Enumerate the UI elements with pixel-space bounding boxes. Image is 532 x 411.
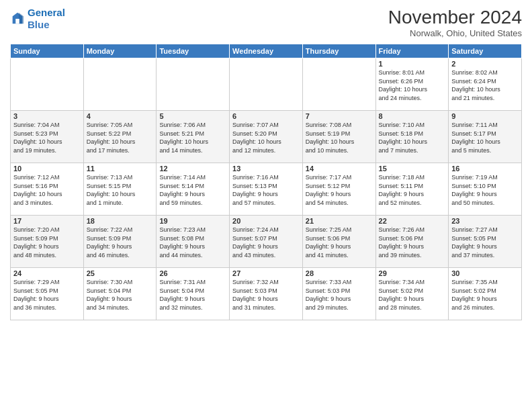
day-number: 27: [232, 269, 300, 277]
calendar-cell: 27Sunrise: 7:32 AM Sunset: 5:03 PM Dayli…: [230, 268, 303, 320]
calendar-cell: 17Sunrise: 7:20 AM Sunset: 5:09 PM Dayli…: [11, 216, 84, 268]
day-info: Sunrise: 8:01 AM Sunset: 6:26 PM Dayligh…: [379, 68, 446, 102]
calendar-cell: 22Sunrise: 7:26 AM Sunset: 5:06 PM Dayli…: [375, 216, 449, 268]
day-info: Sunrise: 7:32 AM Sunset: 5:03 PM Dayligh…: [232, 278, 300, 312]
header-cell-monday: Monday: [83, 44, 157, 58]
day-number: 20: [232, 217, 300, 225]
day-info: Sunrise: 7:30 AM Sunset: 5:04 PM Dayligh…: [87, 278, 154, 312]
day-number: 24: [13, 269, 81, 277]
calendar-cell: 10Sunrise: 7:12 AM Sunset: 5:16 PM Dayli…: [11, 163, 84, 216]
calendar-cell: [302, 58, 375, 111]
calendar-cell: [11, 58, 84, 111]
calendar-cell: 5Sunrise: 7:06 AM Sunset: 5:21 PM Daylig…: [157, 111, 230, 163]
header-cell-wednesday: Wednesday: [230, 44, 303, 58]
header-cell-tuesday: Tuesday: [157, 44, 230, 58]
header-cell-friday: Friday: [375, 44, 449, 58]
day-number: 8: [379, 112, 446, 120]
svg-marker-1: [19, 13, 24, 24]
month-title: November 2024: [388, 7, 522, 28]
header-cell-saturday: Saturday: [449, 44, 522, 58]
day-number: 30: [451, 269, 519, 277]
day-info: Sunrise: 7:35 AM Sunset: 5:02 PM Dayligh…: [451, 278, 519, 312]
day-number: 5: [159, 112, 226, 120]
day-info: Sunrise: 7:17 AM Sunset: 5:12 PM Dayligh…: [306, 173, 373, 207]
calendar-cell: 1Sunrise: 8:01 AM Sunset: 6:26 PM Daylig…: [375, 58, 449, 111]
logo-text: General Blue: [28, 7, 65, 31]
day-info: Sunrise: 7:05 AM Sunset: 5:22 PM Dayligh…: [87, 121, 154, 154]
week-row-3: 10Sunrise: 7:12 AM Sunset: 5:16 PM Dayli…: [11, 163, 522, 216]
day-info: Sunrise: 7:31 AM Sunset: 5:04 PM Dayligh…: [159, 278, 226, 312]
logo-line2: Blue: [28, 19, 50, 30]
day-info: Sunrise: 7:11 AM Sunset: 5:17 PM Dayligh…: [451, 121, 519, 154]
day-number: 4: [87, 112, 154, 120]
day-number: 29: [379, 269, 446, 277]
day-info: Sunrise: 7:27 AM Sunset: 5:05 PM Dayligh…: [451, 226, 519, 259]
calendar-cell: 28Sunrise: 7:33 AM Sunset: 5:03 PM Dayli…: [302, 268, 375, 320]
calendar-cell: 29Sunrise: 7:34 AM Sunset: 5:02 PM Dayli…: [375, 268, 449, 320]
day-info: Sunrise: 7:24 AM Sunset: 5:07 PM Dayligh…: [232, 226, 300, 259]
day-number: 1: [379, 60, 446, 68]
day-info: Sunrise: 7:06 AM Sunset: 5:21 PM Dayligh…: [159, 121, 226, 154]
day-number: 22: [379, 217, 446, 225]
calendar-cell: 3Sunrise: 7:04 AM Sunset: 5:23 PM Daylig…: [11, 111, 84, 163]
day-number: 18: [87, 217, 154, 225]
logo: General Blue: [10, 7, 65, 31]
week-row-2: 3Sunrise: 7:04 AM Sunset: 5:23 PM Daylig…: [11, 111, 522, 163]
calendar-cell: [157, 58, 230, 111]
day-info: Sunrise: 7:29 AM Sunset: 5:05 PM Dayligh…: [13, 278, 81, 312]
calendar-cell: 30Sunrise: 7:35 AM Sunset: 5:02 PM Dayli…: [449, 268, 522, 320]
header: General Blue November 2024 Norwalk, Ohio…: [10, 7, 522, 38]
calendar-cell: 7Sunrise: 7:08 AM Sunset: 5:19 PM Daylig…: [302, 111, 375, 163]
day-info: Sunrise: 7:26 AM Sunset: 5:06 PM Dayligh…: [379, 226, 446, 259]
day-info: Sunrise: 7:22 AM Sunset: 5:09 PM Dayligh…: [87, 226, 154, 259]
calendar-cell: 14Sunrise: 7:17 AM Sunset: 5:12 PM Dayli…: [302, 163, 375, 216]
day-info: Sunrise: 8:02 AM Sunset: 6:24 PM Dayligh…: [451, 68, 519, 102]
location: Norwalk, Ohio, United States: [388, 28, 522, 38]
logo-icon: [10, 11, 25, 26]
calendar-cell: 15Sunrise: 7:18 AM Sunset: 5:11 PM Dayli…: [375, 163, 449, 216]
day-number: 19: [159, 217, 226, 225]
day-number: 16: [451, 165, 519, 173]
day-info: Sunrise: 7:23 AM Sunset: 5:08 PM Dayligh…: [159, 226, 226, 259]
logo-line1: General: [28, 7, 65, 18]
week-row-5: 24Sunrise: 7:29 AM Sunset: 5:05 PM Dayli…: [11, 268, 522, 320]
day-number: 7: [306, 112, 373, 120]
day-info: Sunrise: 7:16 AM Sunset: 5:13 PM Dayligh…: [232, 173, 300, 207]
day-number: 2: [451, 60, 519, 68]
day-number: 12: [159, 165, 226, 173]
calendar-cell: [230, 58, 303, 111]
day-info: Sunrise: 7:18 AM Sunset: 5:11 PM Dayligh…: [379, 173, 446, 207]
day-number: 13: [232, 165, 300, 173]
day-info: Sunrise: 7:19 AM Sunset: 5:10 PM Dayligh…: [451, 173, 519, 207]
day-info: Sunrise: 7:13 AM Sunset: 5:15 PM Dayligh…: [87, 173, 154, 207]
day-number: 11: [87, 165, 154, 173]
week-row-1: 1Sunrise: 8:01 AM Sunset: 6:26 PM Daylig…: [11, 58, 522, 111]
header-cell-sunday: Sunday: [11, 44, 84, 58]
calendar-cell: 18Sunrise: 7:22 AM Sunset: 5:09 PM Dayli…: [83, 216, 157, 268]
day-info: Sunrise: 7:20 AM Sunset: 5:09 PM Dayligh…: [13, 226, 81, 259]
day-number: 3: [13, 112, 81, 120]
day-info: Sunrise: 7:12 AM Sunset: 5:16 PM Dayligh…: [13, 173, 81, 207]
day-number: 17: [13, 217, 81, 225]
day-info: Sunrise: 7:34 AM Sunset: 5:02 PM Dayligh…: [379, 278, 446, 312]
day-number: 23: [451, 217, 519, 225]
calendar-cell: 12Sunrise: 7:14 AM Sunset: 5:14 PM Dayli…: [157, 163, 230, 216]
day-number: 21: [306, 217, 373, 225]
day-info: Sunrise: 7:08 AM Sunset: 5:19 PM Dayligh…: [306, 121, 373, 154]
header-row: SundayMondayTuesdayWednesdayThursdayFrid…: [11, 44, 522, 58]
calendar-cell: 2Sunrise: 8:02 AM Sunset: 6:24 PM Daylig…: [449, 58, 522, 111]
week-row-4: 17Sunrise: 7:20 AM Sunset: 5:09 PM Dayli…: [11, 216, 522, 268]
day-number: 6: [232, 112, 300, 120]
calendar-cell: 24Sunrise: 7:29 AM Sunset: 5:05 PM Dayli…: [11, 268, 84, 320]
calendar-cell: 4Sunrise: 7:05 AM Sunset: 5:22 PM Daylig…: [83, 111, 157, 163]
calendar-cell: 23Sunrise: 7:27 AM Sunset: 5:05 PM Dayli…: [449, 216, 522, 268]
calendar-cell: 16Sunrise: 7:19 AM Sunset: 5:10 PM Dayli…: [449, 163, 522, 216]
page-container: General Blue November 2024 Norwalk, Ohio…: [0, 0, 532, 324]
calendar-table: SundayMondayTuesdayWednesdayThursdayFrid…: [10, 44, 522, 320]
day-number: 28: [306, 269, 373, 277]
calendar-cell: 21Sunrise: 7:25 AM Sunset: 5:06 PM Dayli…: [302, 216, 375, 268]
day-number: 10: [13, 165, 81, 173]
title-block: November 2024 Norwalk, Ohio, United Stat…: [388, 7, 522, 38]
calendar-cell: 25Sunrise: 7:30 AM Sunset: 5:04 PM Dayli…: [83, 268, 157, 320]
day-info: Sunrise: 7:04 AM Sunset: 5:23 PM Dayligh…: [13, 121, 81, 154]
